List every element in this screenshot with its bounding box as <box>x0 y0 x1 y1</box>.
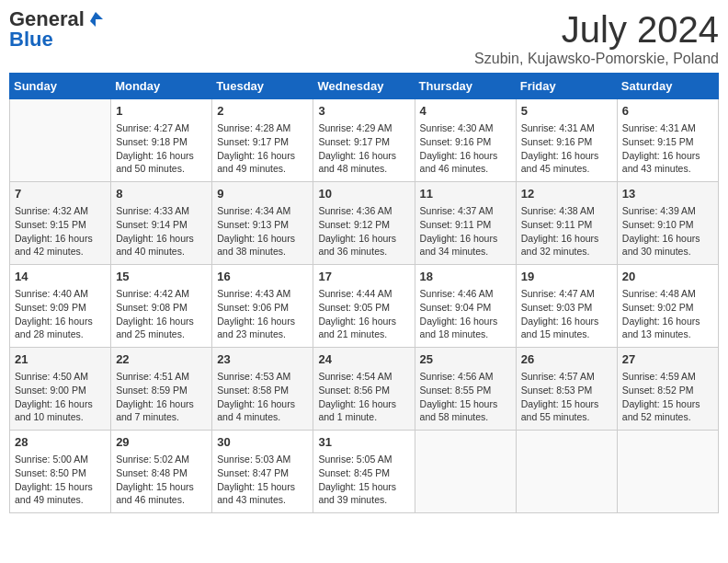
calendar-cell: 24Sunrise: 4:54 AM Sunset: 8:56 PM Dayli… <box>313 348 415 431</box>
day-number: 12 <box>521 186 612 202</box>
day-info: Sunrise: 4:47 AM Sunset: 9:03 PM Dayligh… <box>521 287 612 341</box>
day-number: 27 <box>622 351 713 368</box>
day-info: Sunrise: 4:42 AM Sunset: 9:08 PM Dayligh… <box>116 287 207 341</box>
calendar-cell: 9Sunrise: 4:34 AM Sunset: 9:13 PM Daylig… <box>212 182 313 265</box>
calendar-cell <box>617 431 718 513</box>
day-info: Sunrise: 5:03 AM Sunset: 8:47 PM Dayligh… <box>217 453 308 507</box>
calendar-cell: 28Sunrise: 5:00 AM Sunset: 8:50 PM Dayli… <box>10 431 111 513</box>
day-info: Sunrise: 4:46 AM Sunset: 9:04 PM Dayligh… <box>420 287 511 341</box>
day-number: 14 <box>15 269 106 285</box>
logo-icon <box>86 10 105 29</box>
month-year-title: July 2024 <box>474 9 719 51</box>
day-info: Sunrise: 4:57 AM Sunset: 8:53 PM Dayligh… <box>521 370 612 424</box>
day-number: 19 <box>521 269 612 285</box>
calendar-cell: 30Sunrise: 5:03 AM Sunset: 8:47 PM Dayli… <box>212 431 313 513</box>
day-info: Sunrise: 4:29 AM Sunset: 9:17 PM Dayligh… <box>318 121 409 176</box>
day-info: Sunrise: 4:32 AM Sunset: 9:15 PM Dayligh… <box>15 204 106 259</box>
calendar-cell: 12Sunrise: 4:38 AM Sunset: 9:11 PM Dayli… <box>516 182 617 265</box>
day-info: Sunrise: 4:56 AM Sunset: 8:55 PM Dayligh… <box>420 370 511 424</box>
calendar-week-row: 28Sunrise: 5:00 AM Sunset: 8:50 PM Dayli… <box>10 431 719 513</box>
calendar-cell: 29Sunrise: 5:02 AM Sunset: 8:48 PM Dayli… <box>111 431 212 513</box>
calendar-cell: 27Sunrise: 4:59 AM Sunset: 8:52 PM Dayli… <box>617 348 718 431</box>
calendar-cell <box>415 431 516 513</box>
calendar-cell: 4Sunrise: 4:30 AM Sunset: 9:16 PM Daylig… <box>415 99 516 182</box>
calendar-table: SundayMondayTuesdayWednesdayThursdayFrid… <box>9 73 719 513</box>
day-number: 13 <box>622 186 713 202</box>
day-number: 28 <box>15 434 106 451</box>
day-number: 9 <box>217 186 308 202</box>
calendar-cell: 18Sunrise: 4:46 AM Sunset: 9:04 PM Dayli… <box>415 265 516 348</box>
day-info: Sunrise: 4:51 AM Sunset: 8:59 PM Dayligh… <box>116 370 207 424</box>
calendar-header-row: SundayMondayTuesdayWednesdayThursdayFrid… <box>10 74 719 99</box>
day-info: Sunrise: 4:37 AM Sunset: 9:11 PM Dayligh… <box>420 204 511 259</box>
day-info: Sunrise: 4:27 AM Sunset: 9:18 PM Dayligh… <box>116 121 207 176</box>
calendar-cell: 5Sunrise: 4:31 AM Sunset: 9:16 PM Daylig… <box>516 99 617 182</box>
calendar-cell: 25Sunrise: 4:56 AM Sunset: 8:55 PM Dayli… <box>415 348 516 431</box>
day-info: Sunrise: 4:30 AM Sunset: 9:16 PM Dayligh… <box>420 121 511 176</box>
day-number: 16 <box>217 269 308 285</box>
day-number: 5 <box>521 103 612 120</box>
day-info: Sunrise: 4:34 AM Sunset: 9:13 PM Dayligh… <box>217 204 308 259</box>
day-number: 8 <box>116 186 207 202</box>
calendar-cell: 3Sunrise: 4:29 AM Sunset: 9:17 PM Daylig… <box>313 99 415 182</box>
calendar-cell <box>516 431 617 513</box>
day-number: 4 <box>420 103 511 120</box>
calendar-week-row: 21Sunrise: 4:50 AM Sunset: 9:00 PM Dayli… <box>10 348 719 431</box>
title-area: July 2024 Szubin, Kujawsko-Pomorskie, Po… <box>474 9 719 67</box>
calendar-cell: 21Sunrise: 4:50 AM Sunset: 9:00 PM Dayli… <box>10 348 111 431</box>
day-number: 20 <box>622 269 713 285</box>
day-info: Sunrise: 4:31 AM Sunset: 9:16 PM Dayligh… <box>521 121 612 176</box>
day-number: 24 <box>318 351 409 368</box>
day-info: Sunrise: 4:31 AM Sunset: 9:15 PM Dayligh… <box>622 121 713 176</box>
calendar-cell: 2Sunrise: 4:28 AM Sunset: 9:17 PM Daylig… <box>212 99 313 182</box>
col-header-friday: Friday <box>516 74 617 99</box>
day-info: Sunrise: 4:39 AM Sunset: 9:10 PM Dayligh… <box>622 204 713 259</box>
day-info: Sunrise: 4:33 AM Sunset: 9:14 PM Dayligh… <box>116 204 207 259</box>
day-number: 10 <box>318 186 409 202</box>
day-info: Sunrise: 4:28 AM Sunset: 9:17 PM Dayligh… <box>217 121 308 176</box>
location-text: Szubin, Kujawsko-Pomorskie, Poland <box>474 51 719 67</box>
day-number: 31 <box>318 434 409 451</box>
day-number: 21 <box>15 351 106 368</box>
calendar-cell: 11Sunrise: 4:37 AM Sunset: 9:11 PM Dayli… <box>415 182 516 265</box>
calendar-cell <box>10 99 111 182</box>
day-info: Sunrise: 5:00 AM Sunset: 8:50 PM Dayligh… <box>15 453 106 507</box>
logo-blue-text: Blue <box>9 29 53 50</box>
day-info: Sunrise: 4:40 AM Sunset: 9:09 PM Dayligh… <box>15 287 106 341</box>
col-header-sunday: Sunday <box>10 74 111 99</box>
calendar-cell: 26Sunrise: 4:57 AM Sunset: 8:53 PM Dayli… <box>516 348 617 431</box>
col-header-thursday: Thursday <box>415 74 516 99</box>
calendar-cell: 15Sunrise: 4:42 AM Sunset: 9:08 PM Dayli… <box>111 265 212 348</box>
day-number: 1 <box>116 103 207 120</box>
logo-general-text: General <box>9 9 85 29</box>
day-number: 22 <box>116 351 207 368</box>
calendar-week-row: 14Sunrise: 4:40 AM Sunset: 9:09 PM Dayli… <box>10 265 719 348</box>
day-number: 25 <box>420 351 511 368</box>
page-header: General Blue July 2024 Szubin, Kujawsko-… <box>9 9 719 67</box>
day-number: 6 <box>622 103 713 120</box>
day-info: Sunrise: 4:54 AM Sunset: 8:56 PM Dayligh… <box>318 370 409 424</box>
col-header-wednesday: Wednesday <box>313 74 415 99</box>
col-header-monday: Monday <box>111 74 212 99</box>
col-header-tuesday: Tuesday <box>212 74 313 99</box>
day-number: 11 <box>420 186 511 202</box>
day-number: 30 <box>217 434 308 451</box>
day-number: 15 <box>116 269 207 285</box>
day-info: Sunrise: 4:44 AM Sunset: 9:05 PM Dayligh… <box>318 287 409 341</box>
day-number: 18 <box>420 269 511 285</box>
day-info: Sunrise: 4:38 AM Sunset: 9:11 PM Dayligh… <box>521 204 612 259</box>
calendar-cell: 16Sunrise: 4:43 AM Sunset: 9:06 PM Dayli… <box>212 265 313 348</box>
calendar-cell: 7Sunrise: 4:32 AM Sunset: 9:15 PM Daylig… <box>10 182 111 265</box>
day-info: Sunrise: 5:02 AM Sunset: 8:48 PM Dayligh… <box>116 453 207 507</box>
day-info: Sunrise: 4:48 AM Sunset: 9:02 PM Dayligh… <box>622 287 713 341</box>
calendar-cell: 8Sunrise: 4:33 AM Sunset: 9:14 PM Daylig… <box>111 182 212 265</box>
day-info: Sunrise: 5:05 AM Sunset: 8:45 PM Dayligh… <box>318 453 409 507</box>
col-header-saturday: Saturday <box>617 74 718 99</box>
day-number: 26 <box>521 351 612 368</box>
calendar-cell: 31Sunrise: 5:05 AM Sunset: 8:45 PM Dayli… <box>313 431 415 513</box>
calendar-cell: 14Sunrise: 4:40 AM Sunset: 9:09 PM Dayli… <box>10 265 111 348</box>
day-info: Sunrise: 4:36 AM Sunset: 9:12 PM Dayligh… <box>318 204 409 259</box>
day-info: Sunrise: 4:50 AM Sunset: 9:00 PM Dayligh… <box>15 370 106 424</box>
calendar-cell: 13Sunrise: 4:39 AM Sunset: 9:10 PM Dayli… <box>617 182 718 265</box>
day-info: Sunrise: 4:59 AM Sunset: 8:52 PM Dayligh… <box>622 370 713 424</box>
